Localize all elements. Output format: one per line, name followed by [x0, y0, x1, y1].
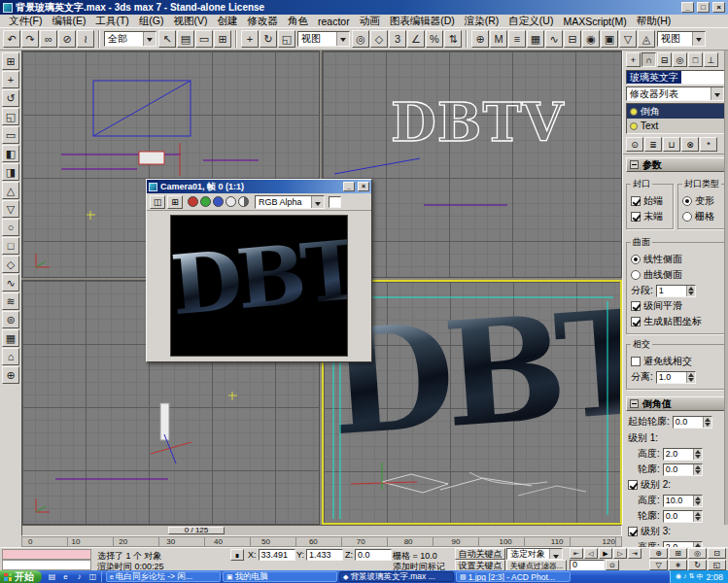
visibility-bulb-icon[interactable] — [630, 122, 638, 130]
play-animation-button[interactable]: ▶ — [599, 548, 612, 559]
make-unique-button[interactable]: ⊔ — [663, 137, 680, 152]
menu-item[interactable]: 动画 — [355, 15, 385, 28]
time-slider[interactable]: 0 / 125 — [21, 525, 622, 536]
start-outline-spinner[interactable]: 0.0 — [673, 416, 712, 429]
maxscript-mini-listener-input[interactable] — [2, 560, 91, 570]
current-frame-field[interactable]: 0 — [570, 560, 605, 570]
quicklaunch-media-icon[interactable]: ♪ — [73, 571, 86, 582]
channel-display-dropdown[interactable]: RGB Alpha — [255, 195, 325, 209]
pan-icon[interactable]: ∗ — [669, 560, 687, 570]
menu-item[interactable]: 编辑(E) — [47, 15, 90, 28]
render-minimize-button[interactable]: _ — [343, 182, 355, 191]
menu-item[interactable]: 自定义(U) — [503, 15, 558, 28]
y-coordinate-field[interactable]: 1.433 — [306, 549, 343, 561]
time-slider-handle[interactable]: 0 / 125 — [168, 527, 225, 534]
unlink-selection-icon[interactable]: ⊘ — [58, 30, 76, 48]
menu-item[interactable]: reactor — [313, 16, 355, 27]
show-end-result-button[interactable]: ≣ — [644, 137, 662, 152]
taskbar-task-button[interactable]: ◆ 背景玻璃英文字.max ... — [339, 571, 454, 582]
arc-rotate-icon[interactable]: ↻ — [688, 560, 707, 570]
remove-modifier-button[interactable]: ⊗ — [681, 137, 699, 152]
zoom-extents-all-icon[interactable]: ⊡ — [708, 548, 726, 559]
green-channel-button[interactable] — [200, 196, 211, 207]
select-and-link-icon[interactable]: ∞ — [40, 30, 57, 48]
go-to-end-button[interactable]: ⇥ — [628, 548, 641, 559]
maxscript-mini-listener-macro[interactable] — [2, 549, 91, 560]
render-close-button[interactable]: × — [358, 182, 369, 191]
curve-editor-icon[interactable]: ∿ — [545, 30, 563, 48]
smooth-across-levels-checkbox[interactable]: 级间平滑 — [631, 299, 722, 313]
cap-start-checkbox[interactable]: 始端 — [631, 194, 671, 208]
taskbar-task-button[interactable]: e 电白同乡论坛 -> 闲... — [106, 571, 221, 582]
panel-scrollbar[interactable] — [724, 51, 728, 525]
parameters-rollout-header[interactable]: 参数 — [626, 157, 725, 172]
left-tool-icon-01[interactable]: ⊞ — [2, 52, 19, 70]
quick-render-icon[interactable]: ◬ — [638, 30, 655, 48]
quicklaunch-folder-icon[interactable]: ◫ — [87, 571, 99, 582]
menu-item[interactable]: 修改器 — [243, 15, 284, 28]
left-tool-icon-18[interactable]: ⊕ — [2, 366, 19, 384]
left-tool-icon-17[interactable]: ⌂ — [2, 348, 19, 365]
tab-utilities[interactable]: ⊥ — [704, 52, 718, 67]
cap-end-checkbox[interactable]: 末端 — [631, 210, 671, 223]
background-color-swatch[interactable] — [329, 196, 341, 208]
menu-item[interactable]: 渲染(R) — [460, 15, 504, 28]
keep-lines-from-crossing-checkbox[interactable]: 避免线相交 — [631, 355, 722, 368]
menu-item[interactable]: 图表编辑器(D) — [385, 15, 460, 28]
pin-stack-button[interactable]: ⊙ — [626, 137, 643, 152]
reference-coordinate-dropdown[interactable]: 视图 — [297, 31, 350, 47]
left-tool-icon-13[interactable]: ∿ — [2, 274, 19, 292]
clone-rendered-frame-button[interactable]: ⊞ — [167, 195, 183, 209]
tray-network-icon[interactable]: ⇅ — [689, 572, 695, 582]
level1-outline-spinner[interactable]: 0.0 — [663, 463, 703, 476]
modifier-stack-item[interactable]: 倒角 — [627, 104, 724, 119]
left-tool-icon-06[interactable]: ◧ — [2, 145, 19, 162]
mirror-icon[interactable]: M — [490, 30, 507, 48]
select-and-scale-icon[interactable]: ◱ — [278, 30, 295, 48]
select-and-move-icon[interactable]: + — [241, 30, 259, 48]
track-bar[interactable]: 0102030405060708090100110120 — [21, 536, 622, 547]
snap-toggle-3d-icon[interactable]: 3 — [389, 30, 406, 48]
render-type-icon[interactable]: ▽ — [619, 30, 637, 48]
quicklaunch-desktop-icon[interactable]: ▤ — [46, 571, 58, 582]
menu-item[interactable]: 文件(F) — [4, 15, 47, 28]
level3-checkbox[interactable]: 级别 3: — [628, 525, 725, 538]
menu-item[interactable]: MAXScript(M) — [558, 16, 631, 27]
select-and-rotate-icon[interactable]: ↻ — [260, 30, 277, 48]
left-tool-icon-11[interactable]: □ — [2, 237, 19, 255]
spinner-snap-icon[interactable]: ⇅ — [444, 30, 462, 48]
level1-height-spinner[interactable]: 2.0 — [663, 448, 703, 461]
segments-spinner[interactable]: 1 — [656, 285, 696, 297]
maximize-viewport-toggle-icon[interactable]: ◱ — [708, 560, 726, 570]
previous-frame-button[interactable]: ◁ — [584, 548, 598, 559]
tab-hierarchy[interactable]: ⊟ — [657, 52, 672, 67]
left-tool-icon-16[interactable]: ▦ — [2, 329, 19, 347]
tab-modify[interactable]: ∩ — [641, 52, 656, 67]
redo-icon[interactable]: ↷ — [21, 30, 39, 48]
named-selection-sets-icon[interactable]: ⊕ — [471, 30, 489, 48]
taskbar-task-button[interactable]: ▧ 1.jpg [2:3] - ACD Phot... — [456, 571, 571, 582]
tray-antivirus-icon[interactable]: ◉ — [676, 572, 681, 582]
red-channel-button[interactable] — [188, 196, 198, 207]
schematic-view-icon[interactable]: ⊟ — [564, 30, 581, 48]
menu-item[interactable]: 帮助(H) — [632, 15, 676, 28]
align-icon[interactable]: ≡ — [508, 30, 526, 48]
left-tool-icon-12[interactable]: ◇ — [2, 256, 19, 273]
mono-channel-button[interactable] — [225, 196, 236, 207]
left-tool-icon-07[interactable]: ◨ — [2, 163, 19, 181]
maximize-button[interactable]: □ — [697, 2, 710, 13]
render-viewport-dropdown[interactable]: 视图 — [657, 31, 706, 47]
field-of-view-icon[interactable]: ▽ — [649, 560, 668, 570]
angle-snap-icon[interactable]: ∠ — [407, 30, 425, 48]
left-tool-icon-02[interactable]: + — [2, 71, 19, 88]
left-tool-icon-04[interactable]: ◱ — [2, 108, 19, 125]
percent-snap-icon[interactable]: % — [426, 30, 443, 48]
taskbar-task-button[interactable]: ▣ 我的电脑 — [223, 571, 337, 582]
zoom-extents-icon[interactable]: ◎ — [688, 548, 707, 559]
minimize-button[interactable]: _ — [681, 2, 694, 13]
modifier-stack-item[interactable]: Text — [627, 119, 724, 133]
left-tool-icon-08[interactable]: △ — [2, 182, 19, 199]
menu-item[interactable]: 工具(T) — [90, 15, 133, 28]
x-coordinate-field[interactable]: 33.491 — [259, 549, 295, 561]
selection-filter-dropdown[interactable]: 全部 — [104, 31, 156, 47]
